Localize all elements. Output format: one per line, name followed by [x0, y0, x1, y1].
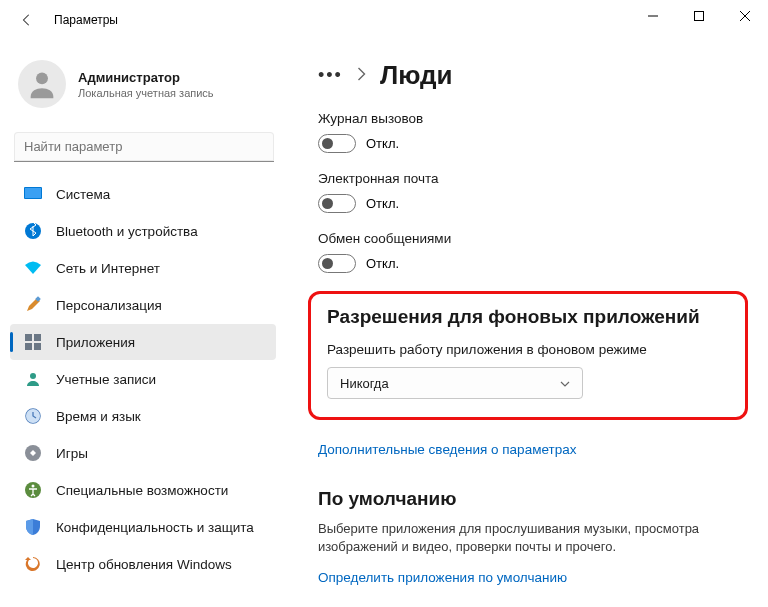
- sidebar-item-accounts[interactable]: Учетные записи: [10, 361, 276, 397]
- svg-line-2: [740, 11, 750, 21]
- sidebar-item-label: Приложения: [56, 335, 135, 350]
- defaults-link[interactable]: Определить приложения по умолчанию: [318, 570, 567, 585]
- svg-rect-10: [34, 334, 41, 341]
- setting-label: Обмен сообщениями: [318, 231, 744, 246]
- breadcrumb: ••• Люди: [318, 60, 744, 91]
- sidebar-item-time[interactable]: Время и язык: [10, 398, 276, 434]
- bg-perms-dropdown[interactable]: Никогда: [327, 367, 583, 399]
- sidebar-item-accessibility[interactable]: Специальные возможности: [10, 472, 276, 508]
- accounts-icon: [24, 370, 42, 388]
- svg-rect-12: [34, 343, 41, 350]
- wifi-icon: [24, 259, 42, 277]
- setting-messaging: Обмен сообщениями Откл.: [318, 231, 744, 273]
- sidebar-item-personalization[interactable]: Персонализация: [10, 287, 276, 323]
- profile-name: Администратор: [78, 70, 214, 85]
- dropdown-value: Никогда: [340, 376, 389, 391]
- search-input[interactable]: [14, 132, 274, 162]
- svg-rect-1: [695, 12, 704, 21]
- window-title: Параметры: [54, 13, 118, 27]
- profile-sub: Локальная учетная запись: [78, 87, 214, 99]
- setting-email: Электронная почта Откл.: [318, 171, 744, 213]
- setting-label: Журнал вызовов: [318, 111, 744, 126]
- sidebar-item-label: Учетные записи: [56, 372, 156, 387]
- shield-icon: [24, 518, 42, 536]
- toggle-email[interactable]: [318, 194, 356, 213]
- sidebar-item-label: Персонализация: [56, 298, 162, 313]
- search-container: [14, 132, 274, 162]
- update-icon: [24, 555, 42, 573]
- toggle-state-text: Откл.: [366, 136, 399, 151]
- sidebar-item-label: Специальные возможности: [56, 483, 228, 498]
- maximize-button[interactable]: [676, 0, 722, 32]
- setting-call-history: Журнал вызовов Откл.: [318, 111, 744, 153]
- svg-point-18: [32, 485, 35, 488]
- accessibility-icon: [24, 481, 42, 499]
- toggle-messaging[interactable]: [318, 254, 356, 273]
- chevron-right-icon: [357, 67, 366, 85]
- sidebar: Администратор Локальная учетная запись С…: [0, 40, 290, 607]
- sidebar-item-label: Время и язык: [56, 409, 141, 424]
- svg-rect-6: [25, 188, 41, 198]
- svg-rect-11: [25, 343, 32, 350]
- apps-icon: [24, 333, 42, 351]
- svg-point-4: [36, 72, 48, 84]
- sidebar-item-bluetooth[interactable]: Bluetooth и устройства: [10, 213, 276, 249]
- gaming-icon: [24, 444, 42, 462]
- defaults-desc: Выберите приложения для прослушивания му…: [318, 520, 744, 556]
- svg-rect-9: [25, 334, 32, 341]
- bg-perms-sub: Разрешить работу приложения в фоновом ре…: [327, 342, 729, 357]
- minimize-button[interactable]: [630, 0, 676, 32]
- close-button[interactable]: [722, 0, 768, 32]
- sidebar-item-label: Центр обновления Windows: [56, 557, 232, 572]
- bluetooth-icon: [24, 222, 42, 240]
- sidebar-item-network[interactable]: Сеть и Интернет: [10, 250, 276, 286]
- defaults-section: По умолчанию Выберите приложения для про…: [318, 488, 744, 586]
- toggle-state-text: Откл.: [366, 196, 399, 211]
- setting-label: Электронная почта: [318, 171, 744, 186]
- page-title: Люди: [380, 60, 453, 91]
- defaults-heading: По умолчанию: [318, 488, 744, 510]
- main-content: ••• Люди Журнал вызовов Откл. Электронна…: [290, 40, 768, 607]
- chevron-down-icon: [560, 377, 570, 389]
- bg-perms-heading: Разрешения для фоновых приложений: [327, 306, 729, 328]
- sidebar-item-label: Конфиденциальность и защита: [56, 520, 254, 535]
- breadcrumb-more[interactable]: •••: [318, 65, 343, 86]
- back-button[interactable]: [18, 11, 36, 29]
- sidebar-item-label: Bluetooth и устройства: [56, 224, 198, 239]
- toggle-state-text: Откл.: [366, 256, 399, 271]
- sidebar-item-gaming[interactable]: Игры: [10, 435, 276, 471]
- sidebar-item-update[interactable]: Центр обновления Windows: [10, 546, 276, 582]
- avatar: [18, 60, 66, 108]
- svg-line-3: [740, 11, 750, 21]
- clock-icon: [24, 407, 42, 425]
- sidebar-item-label: Игры: [56, 446, 88, 461]
- brush-icon: [24, 296, 42, 314]
- sidebar-item-system[interactable]: Система: [10, 176, 276, 212]
- sidebar-item-label: Сеть и Интернет: [56, 261, 160, 276]
- system-icon: [24, 185, 42, 203]
- highlight-box: Разрешения для фоновых приложений Разреш…: [308, 291, 748, 420]
- more-info-link[interactable]: Дополнительные сведения о параметрах: [318, 442, 576, 457]
- sidebar-item-label: Система: [56, 187, 110, 202]
- toggle-call-history[interactable]: [318, 134, 356, 153]
- sidebar-item-privacy[interactable]: Конфиденциальность и защита: [10, 509, 276, 545]
- sidebar-item-apps[interactable]: Приложения: [10, 324, 276, 360]
- profile-block[interactable]: Администратор Локальная учетная запись: [6, 50, 280, 126]
- svg-point-13: [30, 373, 36, 379]
